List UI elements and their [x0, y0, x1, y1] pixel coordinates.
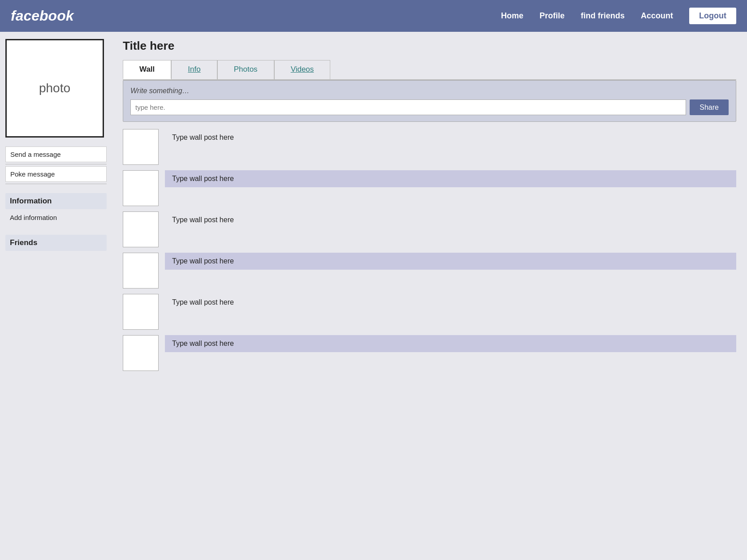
- information-header: Information: [5, 193, 107, 209]
- post-content-2: Type wall post here: [165, 211, 736, 228]
- wall-post-4: Type wall post here: [123, 294, 736, 330]
- nav-find-friends[interactable]: find friends: [581, 11, 625, 21]
- write-input-row: Share: [130, 99, 729, 115]
- wall-post-2: Type wall post here: [123, 211, 736, 247]
- wall-post-1: Type wall post here: [123, 170, 736, 206]
- sidebar: photo Send a message Poke message Inform…: [0, 32, 112, 383]
- main-content: Title here Wall Info Photos Videos Write…: [112, 32, 747, 383]
- profile-photo-box: photo: [5, 39, 104, 138]
- nav-account[interactable]: Account: [641, 11, 673, 21]
- nav-home[interactable]: Home: [501, 11, 523, 21]
- post-avatar-5: [123, 335, 159, 371]
- tab-photos[interactable]: Photos: [217, 60, 274, 79]
- logout-button[interactable]: Logout: [689, 8, 736, 24]
- friends-header: Friends: [5, 235, 107, 251]
- post-content-5: Type wall post here: [165, 335, 736, 352]
- post-content-1: Type wall post here: [165, 170, 736, 187]
- profile-photo-label: photo: [39, 81, 70, 95]
- post-avatar-2: [123, 211, 159, 247]
- header: facebook Home Profile find friends Accou…: [0, 0, 747, 32]
- page-title: Title here: [123, 39, 736, 53]
- post-avatar-3: [123, 253, 159, 289]
- share-button[interactable]: Share: [690, 99, 729, 115]
- post-content-0: Type wall post here: [165, 129, 736, 146]
- main-layout: photo Send a message Poke message Inform…: [0, 32, 747, 383]
- wall-post-0: Type wall post here: [123, 129, 736, 165]
- post-avatar-4: [123, 294, 159, 330]
- logo: facebook: [11, 8, 73, 24]
- send-message-button[interactable]: Send a message: [5, 146, 107, 162]
- add-information-link[interactable]: Add information: [5, 211, 107, 224]
- post-content-4: Type wall post here: [165, 294, 736, 311]
- profile-tabs: Wall Info Photos Videos: [123, 60, 736, 80]
- sidebar-divider-2: [5, 184, 107, 184]
- write-box: Write something… Share: [123, 80, 736, 122]
- wall-post-5: Type wall post here: [123, 335, 736, 371]
- nav-profile[interactable]: Profile: [540, 11, 565, 21]
- main-nav: Home Profile find friends Account Logout: [501, 8, 736, 24]
- post-avatar-1: [123, 170, 159, 206]
- tab-videos[interactable]: Videos: [274, 60, 331, 79]
- poke-message-button[interactable]: Poke message: [5, 166, 107, 182]
- write-prompt: Write something…: [130, 87, 729, 95]
- sidebar-divider-1: [5, 164, 107, 164]
- tab-info[interactable]: Info: [171, 60, 217, 79]
- post-content-3: Type wall post here: [165, 253, 736, 270]
- wall-post-3: Type wall post here: [123, 253, 736, 289]
- tab-wall[interactable]: Wall: [123, 60, 171, 79]
- wall-posts: Type wall post here Type wall post here …: [123, 129, 736, 371]
- post-avatar-0: [123, 129, 159, 165]
- write-input[interactable]: [130, 99, 686, 115]
